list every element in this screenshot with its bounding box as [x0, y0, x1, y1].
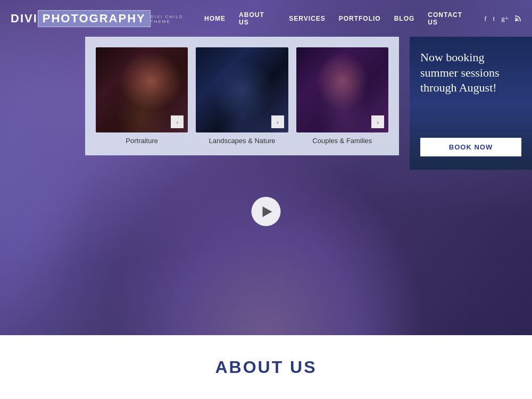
- logo-photography: PHOTOGRAPHY: [38, 10, 151, 27]
- card-couples-image: ›: [296, 47, 388, 132]
- site-header: DIVI PHOTOGRAPHY DIVI CHILD THEME HOME A…: [0, 0, 532, 37]
- nav-about[interactable]: ABOUT US: [239, 11, 276, 26]
- card-couples-arrow[interactable]: ›: [371, 115, 384, 128]
- booking-text: Now booking summer sessions through Augu…: [420, 50, 521, 96]
- nav-home[interactable]: HOME: [204, 15, 226, 22]
- booking-panel: Now booking summer sessions through Augu…: [410, 37, 532, 170]
- card-couples[interactable]: › Couples & Families: [296, 47, 388, 145]
- main-nav: HOME ABOUT US SERVICES PORTFOLIO BLOG CO…: [204, 11, 473, 26]
- nav-contact[interactable]: CONTACT US: [428, 11, 473, 26]
- card-landscapes-label: Landscapes & Nature: [196, 132, 288, 145]
- photo-cards-panel: › Portraiture › Landscapes & Nature › Co…: [85, 37, 399, 155]
- logo-divi: DIVI: [11, 12, 38, 26]
- rss-icon[interactable]: [515, 15, 521, 22]
- card-landscapes-image: ›: [196, 47, 288, 132]
- about-title: ABOUT US: [215, 358, 317, 377]
- card-portraiture-label: Portraiture: [96, 132, 188, 145]
- card-landscapes-arrow[interactable]: ›: [271, 115, 284, 128]
- nav-blog[interactable]: BLOG: [394, 15, 415, 22]
- logo-subtitle: DIVI CHILD THEME: [151, 14, 204, 24]
- twitter-icon[interactable]: t: [493, 14, 495, 23]
- nav-services[interactable]: SERVICES: [289, 15, 325, 22]
- googleplus-icon[interactable]: g+: [501, 14, 509, 23]
- card-portraiture-image: ›: [96, 47, 188, 132]
- about-section: ABOUT US: [0, 335, 532, 399]
- svg-point-0: [515, 19, 517, 21]
- card-couples-label: Couples & Families: [296, 132, 388, 145]
- book-now-button[interactable]: BOOK NOW: [420, 138, 521, 156]
- card-portraiture[interactable]: › Portraiture: [96, 47, 188, 145]
- photo-cards-container: › Portraiture › Landscapes & Nature › Co…: [96, 47, 388, 145]
- logo[interactable]: DIVI PHOTOGRAPHY DIVI CHILD THEME: [11, 10, 204, 27]
- social-icons: f t g+: [484, 14, 521, 23]
- card-landscapes[interactable]: › Landscapes & Nature: [196, 47, 288, 145]
- nav-portfolio[interactable]: PORTFOLIO: [339, 15, 381, 22]
- card-portraiture-arrow[interactable]: ›: [171, 115, 184, 128]
- play-button[interactable]: [252, 197, 281, 226]
- facebook-icon[interactable]: f: [484, 14, 486, 23]
